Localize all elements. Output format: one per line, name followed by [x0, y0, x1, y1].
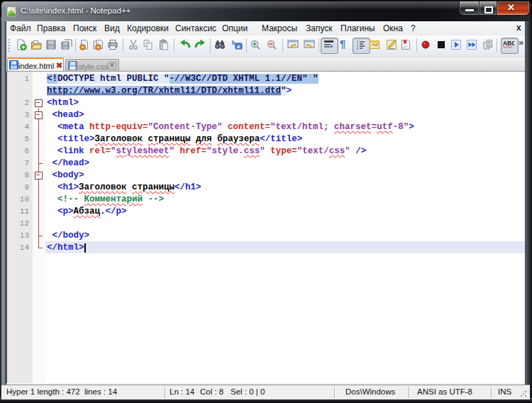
- svg-text:a: a: [237, 43, 240, 50]
- svg-text:ABC: ABC: [503, 40, 514, 47]
- svg-text:b: b: [232, 39, 235, 46]
